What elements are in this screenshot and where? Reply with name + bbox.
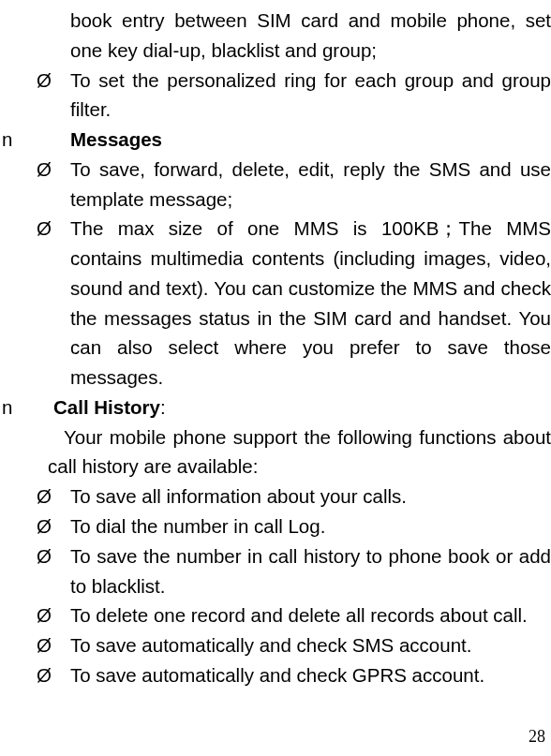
bullet-marker: Ø xyxy=(0,155,70,215)
bullet-marker: Ø xyxy=(0,541,70,601)
bullet-text: To save all information about your calls… xyxy=(70,482,551,511)
bullet-text: To set the personalized ring for each gr… xyxy=(70,66,551,126)
bullet-item: Ø To dial the number in call Log. xyxy=(0,511,551,541)
bullet-item: Ø To set the personalized ring for each … xyxy=(0,66,551,126)
bullet-text: To dial the number in call Log. xyxy=(70,511,551,541)
bullet-item: Ø To delete one record and delete all re… xyxy=(0,600,551,630)
bullet-text: To save automatically and check GPRS acc… xyxy=(70,660,551,690)
colon: : xyxy=(160,396,166,418)
section-marker: n xyxy=(0,125,25,155)
section-title-messages: Messages xyxy=(25,125,551,155)
bullet-marker: Ø xyxy=(0,630,70,660)
page-number: 28 xyxy=(529,727,545,747)
bullet-marker: Ø xyxy=(0,660,70,690)
section-marker: n xyxy=(0,393,25,422)
bullet-item: Ø To save, forward, delete, edit, reply … xyxy=(0,155,551,215)
bullet-marker: Ø xyxy=(0,66,70,126)
bullet-item: Ø To save the number in call history to … xyxy=(0,541,551,601)
bullet-marker: Ø xyxy=(0,511,70,541)
section-row-messages: n Messages xyxy=(0,125,551,155)
bullet-text: To save automatically and check SMS acco… xyxy=(70,630,551,660)
bullet-item: Ø To save automatically and check SMS ac… xyxy=(0,630,551,660)
bullet-marker: Ø xyxy=(0,600,70,630)
continued-item: book entry between SIM card and mobile p… xyxy=(0,6,551,66)
section-title-call-history: Call History xyxy=(53,396,160,418)
bullet-text: To delete one record and delete all reco… xyxy=(70,600,551,630)
bullet-text: To save, forward, delete, edit, reply th… xyxy=(70,155,551,215)
bullet-marker: Ø xyxy=(0,214,70,393)
bullet-text: To save the number in call history to ph… xyxy=(70,541,551,601)
bullet-item: Ø To save automatically and check GPRS a… xyxy=(0,660,551,690)
section-row-call-history: n Call History: xyxy=(0,393,551,422)
bullet-item: Ø To save all information about your cal… xyxy=(0,482,551,511)
section-intro-call-history: Your mobile phone support the following … xyxy=(0,422,551,482)
bullet-text: The max size of one MMS is 100KB；The MMS… xyxy=(70,214,551,393)
bullet-marker: Ø xyxy=(0,482,70,511)
bullet-item: Ø The max size of one MMS is 100KB；The M… xyxy=(0,214,551,393)
